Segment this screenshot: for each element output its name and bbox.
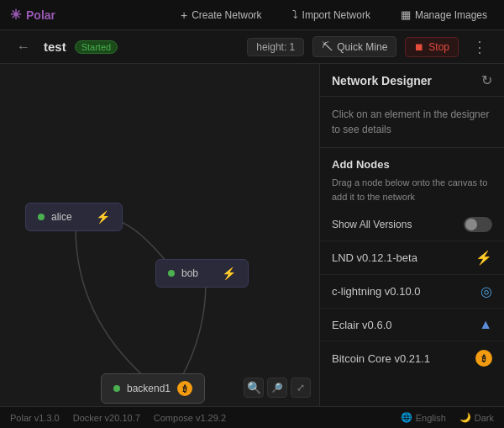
polar-icon: ✳	[10, 7, 21, 23]
toggle-thumb	[465, 219, 477, 230]
lnd-lightning-icon: ⚡	[475, 250, 492, 266]
height-badge: height: 1	[247, 38, 304, 56]
create-network-button[interactable]: + Create Network	[174, 5, 269, 25]
node-backend1[interactable]: backend1 ₿	[101, 373, 205, 404]
images-icon: ▦	[401, 8, 411, 21]
show-versions-toggle[interactable]	[464, 217, 492, 232]
node-status-dot	[38, 214, 45, 220]
add-nodes-title: Add Nodes	[320, 148, 504, 176]
panel-title: Network Designer	[332, 74, 432, 87]
node-bob-label: bob	[181, 267, 198, 279]
theme-selector[interactable]: 🌙 Dark	[459, 412, 494, 423]
bitcoin-core-icon: ₿	[475, 350, 492, 367]
app-logo: ✳ Polar	[10, 7, 55, 23]
manage-images-label: Manage Images	[415, 9, 487, 21]
more-options-button[interactable]: ⋮	[467, 36, 492, 58]
bitcoin-icon: ₿	[177, 381, 192, 396]
node-type-lnd[interactable]: LND v0.12.1-beta ⚡	[320, 240, 504, 274]
node-status-dot	[168, 270, 175, 277]
node-type-eclair[interactable]: Eclair v0.6.0 ▲	[320, 308, 504, 341]
network-name: test	[44, 40, 66, 54]
compose-version: Compose v1.29.2	[154, 413, 226, 423]
canvas-controls: 🔍 🔎 ⤢	[244, 378, 311, 398]
eclair-label: Eclair v0.6.0	[332, 319, 392, 331]
stop-label: Stop	[428, 41, 449, 53]
main-area: alice ⚡ bob ⚡ backend1 ₿ 🔍 🔎 ⤢	[0, 64, 504, 406]
bitcoin-core-label: Bitcoin Core v0.21.1	[332, 352, 430, 365]
node-type-bitcoin-core[interactable]: Bitcoin Core v0.21.1 ₿	[320, 341, 504, 375]
app-name: Polar	[26, 8, 55, 22]
node-alice[interactable]: alice ⚡	[25, 203, 123, 231]
panel-header: Network Designer ↻	[320, 64, 504, 97]
import-network-button[interactable]: ⤵ Import Network	[286, 5, 377, 24]
lnd-label: LND v0.12.1-beta	[332, 251, 417, 264]
node-backend1-label: backend1	[127, 383, 171, 394]
zoom-out-icon: 🔍	[247, 381, 261, 394]
moon-icon: 🌙	[459, 412, 471, 423]
node-status-dot	[113, 385, 120, 392]
panel-refresh-button[interactable]: ↻	[481, 74, 492, 87]
show-versions-label: Show All Versions	[332, 219, 412, 230]
fit-view-button[interactable]: ⤢	[291, 378, 311, 398]
globe-icon: 🌐	[401, 412, 412, 423]
import-network-label: Import Network	[302, 9, 370, 21]
quick-mine-label: Quick Mine	[337, 41, 387, 53]
lightning-icon: ⚡	[96, 210, 110, 224]
network-canvas[interactable]: alice ⚡ bob ⚡ backend1 ₿ 🔍 🔎 ⤢	[0, 64, 319, 406]
zoom-in-icon: 🔎	[271, 383, 283, 394]
docker-version: Docker v20.10.7	[73, 413, 140, 423]
statusbar: Polar v1.3.0 Docker v20.10.7 Compose v1.…	[0, 406, 504, 428]
back-button[interactable]: ←	[12, 38, 35, 56]
zoom-in-button[interactable]: 🔎	[267, 378, 287, 398]
connections-svg	[0, 64, 319, 406]
status-badge: Started	[75, 40, 118, 54]
show-versions-row: Show All Versions	[320, 212, 504, 240]
import-icon: ⤵	[292, 8, 298, 21]
right-panel: Network Designer ↻ Click on an element i…	[319, 64, 504, 406]
create-network-label: Create Network	[192, 9, 261, 21]
stop-button[interactable]: ⏹ Stop	[405, 37, 459, 57]
node-type-list: LND v0.12.1-beta ⚡ c-lightning v0.10.0 ◎…	[320, 240, 504, 375]
fit-icon: ⤢	[297, 382, 305, 394]
theme-label: Dark	[475, 413, 494, 423]
node-bob[interactable]: bob ⚡	[155, 259, 249, 288]
pickaxe-icon: ⛏	[322, 40, 333, 53]
language-selector[interactable]: 🌐 English	[401, 412, 446, 423]
plus-icon: +	[181, 8, 187, 22]
node-alice-label: alice	[51, 211, 72, 223]
clightning-label: c-lightning v0.10.0	[332, 285, 421, 298]
node-type-clightning[interactable]: c-lightning v0.10.0 ◎	[320, 274, 504, 308]
panel-info-text: Click on an element in the designer to s…	[320, 97, 504, 148]
lightning-icon: ⚡	[222, 267, 236, 280]
language-label: English	[416, 413, 446, 423]
navbar: ✳ Polar + Create Network ⤵ Import Networ…	[0, 0, 504, 30]
subheader: ← test Started height: 1 ⛏ Quick Mine ⏹ …	[0, 30, 504, 64]
eclair-icon: ▲	[479, 317, 492, 332]
stop-icon: ⏹	[414, 41, 424, 53]
clightning-icon: ◎	[480, 283, 492, 299]
quick-mine-button[interactable]: ⛏ Quick Mine	[312, 36, 396, 57]
polar-version: Polar v1.3.0	[10, 413, 60, 423]
zoom-out-button[interactable]: 🔍	[244, 378, 264, 398]
add-nodes-desc: Drag a node below onto the canvas to add…	[320, 176, 504, 212]
manage-images-button[interactable]: ▦ Manage Images	[394, 5, 494, 24]
